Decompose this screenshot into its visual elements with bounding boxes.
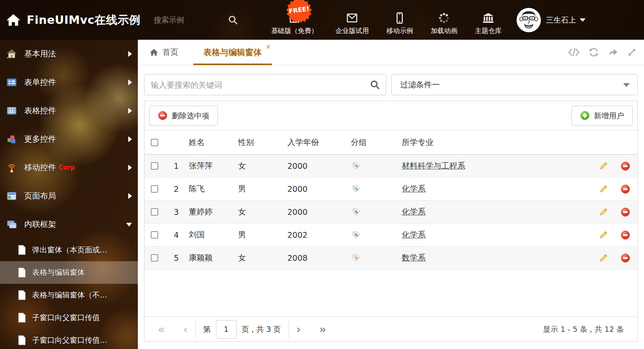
sidebar-subitem-label: 表格与编辑窗体 <box>32 267 85 278</box>
nav-label: 加载动画 <box>431 27 457 36</box>
header-search-input[interactable] <box>154 15 218 24</box>
header-nav-mobile-demo[interactable]: 移动示例 <box>386 4 413 36</box>
user-menu[interactable]: 三生石上 <box>517 8 586 32</box>
top-header: FineUIMvc在线示例 FREE! 基础版（免费） 企业版试用 移动示例 加… <box>0 0 644 40</box>
bank-icon <box>482 12 494 24</box>
row-checkbox[interactable] <box>151 254 158 262</box>
minus-circle-icon <box>621 230 630 240</box>
cell-name: 董婷婷 <box>183 206 232 217</box>
delete-row-button[interactable] <box>613 207 637 217</box>
sidebar-item-mobile[interactable]: 移动控件Corp <box>0 153 138 182</box>
minus-circle-icon <box>621 161 630 171</box>
row-index: 2 <box>165 184 183 194</box>
sidebar-item-label: 基本用法 <box>24 48 56 59</box>
minus-circle-icon <box>158 111 167 120</box>
tab-bar: 首页 表格与编辑窗体 × <box>138 40 644 65</box>
page-icon <box>18 245 26 255</box>
major-link[interactable]: 化学系 <box>402 184 426 193</box>
chevron-right-icon <box>128 165 132 171</box>
filter-dropdown[interactable]: 过滤条件一 <box>391 74 638 95</box>
header-nav-enterprise[interactable]: 企业版试用 <box>335 4 369 36</box>
share-icon[interactable] <box>607 47 619 58</box>
delete-selected-button[interactable]: 删除选中项 <box>149 106 218 126</box>
edit-row-button[interactable] <box>593 230 613 240</box>
add-user-button[interactable]: 新增用户 <box>571 106 633 126</box>
code-icon[interactable] <box>568 47 580 58</box>
sidebar-subitem-iframe-3[interactable]: 子窗口向父窗口传值 <box>0 306 138 329</box>
row-checkbox[interactable] <box>151 231 158 239</box>
cell-year: 2002 <box>281 230 345 239</box>
close-icon[interactable]: × <box>266 43 271 50</box>
first-page-button[interactable]: « <box>158 324 165 335</box>
major-link[interactable]: 化学系 <box>402 207 426 216</box>
next-page-button[interactable]: › <box>297 324 301 335</box>
header-nav-themes[interactable]: 主题仓库 <box>475 4 502 36</box>
cell-name: 张萍萍 <box>183 160 232 171</box>
refresh-icon[interactable] <box>588 47 599 58</box>
sidebar-item-label: 表单控件 <box>24 77 56 88</box>
row-checkbox[interactable] <box>151 185 158 193</box>
edit-row-button[interactable] <box>593 184 613 194</box>
page-number-input[interactable] <box>216 320 237 339</box>
col-major: 所学专业 <box>396 137 593 148</box>
row-checkbox[interactable] <box>151 208 158 216</box>
tag-green-icon <box>352 207 361 217</box>
delete-row-button[interactable] <box>613 230 637 240</box>
frames-icon <box>6 219 17 230</box>
cell-gender: 女 <box>232 206 281 217</box>
sidebar-subitem-iframe-1[interactable]: 表格与编辑窗体 <box>0 261 138 284</box>
search-icon[interactable] <box>370 79 380 90</box>
edit-row-button[interactable] <box>593 207 613 217</box>
edit-row-button[interactable] <box>593 161 613 171</box>
row-index: 4 <box>165 230 183 239</box>
sidebar-item-form[interactable]: 表单控件 <box>0 68 138 97</box>
header-nav-loading[interactable]: 加载动画 <box>431 4 457 36</box>
sidebar-item-label: 移动控件 <box>24 162 56 173</box>
delete-row-button[interactable] <box>613 253 637 263</box>
corp-badge: Corp <box>58 164 75 171</box>
sidebar-item-label: 表格控件 <box>24 105 56 116</box>
sidebar-item-layout[interactable]: 页面布局 <box>0 182 138 210</box>
sidebar-item-iframe[interactable]: 内联框架 <box>0 210 138 239</box>
expand-icon[interactable] <box>626 47 637 58</box>
page-icon <box>18 290 26 300</box>
search-icon[interactable] <box>228 15 238 25</box>
home-icon[interactable] <box>6 13 21 28</box>
sidebar-subitem-iframe-4[interactable]: 子窗口向父窗口传值... <box>0 329 138 349</box>
last-page-button[interactable]: » <box>319 324 326 335</box>
cell-gender: 男 <box>232 183 281 194</box>
col-group: 分组 <box>345 137 396 148</box>
add-user-label: 新增用户 <box>594 111 624 121</box>
avatar[interactable] <box>517 8 541 32</box>
major-link[interactable]: 数学系 <box>402 253 426 262</box>
row-checkbox[interactable] <box>151 162 158 170</box>
pencil-icon <box>598 207 608 217</box>
page: FineUIMvc在线示例 FREE! 基础版（免费） 企业版试用 移动示例 加… <box>0 0 644 349</box>
record-summary: 显示 1 - 5 条 , 共 12 条 <box>543 324 624 334</box>
tab-active-label: 表格与编辑窗体 <box>203 47 262 58</box>
keyword-search-input[interactable] <box>144 74 386 95</box>
col-year: 入学年份 <box>281 137 345 148</box>
delete-row-button[interactable] <box>613 184 637 194</box>
sidebar-item-grid[interactable]: 表格控件 <box>0 97 138 125</box>
row-index: 1 <box>165 161 183 171</box>
prev-page-button[interactable]: ‹ <box>183 324 188 335</box>
minus-circle-icon <box>621 207 630 217</box>
table-row: 5 康颖颖 女 2008 数学系 <box>145 247 637 270</box>
tab-home[interactable]: 首页 <box>144 40 183 65</box>
sidebar-subitem-label: 子窗口向父窗口传值 <box>32 313 100 323</box>
free-badge: FREE! <box>285 0 313 23</box>
page-icon <box>18 267 26 278</box>
chevron-right-icon <box>128 136 132 142</box>
sidebar-subitem-label: 弹出窗体（本页面或... <box>32 245 107 255</box>
sidebar-item-more[interactable]: 更多控件 <box>0 125 138 153</box>
select-all-checkbox[interactable] <box>151 139 158 146</box>
sidebar-item-basic[interactable]: 基本用法 <box>0 40 138 68</box>
major-link[interactable]: 化学系 <box>402 230 426 239</box>
sidebar-subitem-iframe-2[interactable]: 表格与编辑窗体（不... <box>0 284 138 306</box>
sidebar-subitem-iframe-0[interactable]: 弹出窗体（本页面或... <box>0 239 138 261</box>
delete-row-button[interactable] <box>613 161 637 171</box>
tab-grid-edit-window[interactable]: 表格与编辑窗体 × <box>193 40 272 65</box>
major-link[interactable]: 材料科学与工程系 <box>402 161 465 170</box>
edit-row-button[interactable] <box>593 253 613 263</box>
